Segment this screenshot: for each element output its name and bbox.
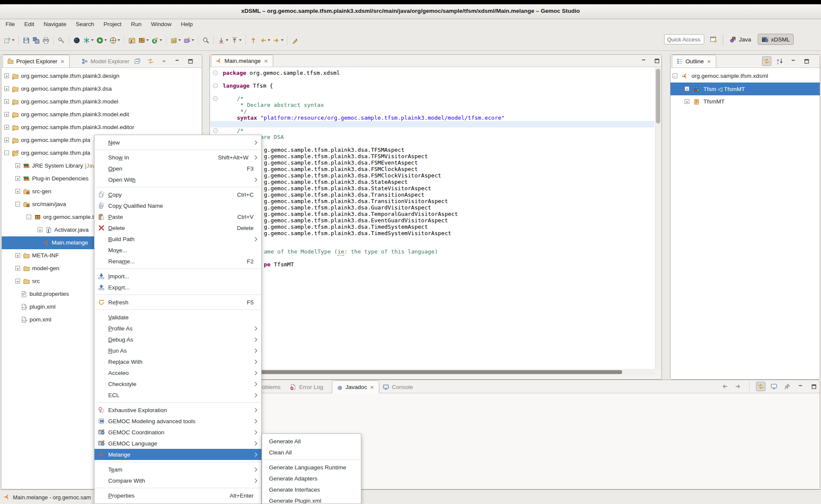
toolbar-button-key[interactable] [56, 35, 66, 46]
context-menu-item-copy-qualified-name[interactable]: Copy Qualified Name [95, 200, 261, 211]
collapse-icon[interactable]: - [673, 74, 677, 78]
menubar-item-search[interactable]: Search [71, 19, 99, 29]
toolbar-button-back-gold[interactable] [258, 35, 272, 46]
menubar-item-file[interactable]: File [1, 19, 20, 29]
toolbar-button-search[interactable] [201, 35, 211, 46]
context-menu-item-import[interactable]: Import... [95, 271, 261, 282]
fold-collapse-icon[interactable]: - [213, 96, 218, 101]
menubar-item-help[interactable]: Help [176, 19, 198, 29]
close-icon[interactable] [263, 58, 269, 64]
fold-collapse-icon[interactable]: - [213, 128, 218, 133]
tab-outline[interactable]: Outline [672, 55, 716, 68]
perspective-button-java[interactable]: JJava [726, 34, 755, 45]
expand-icon[interactable]: + [38, 227, 42, 232]
expand-icon[interactable]: + [4, 86, 9, 91]
context-menu-item-compare-with[interactable]: Compare With [95, 475, 261, 486]
context-menu-item-ecl[interactable]: ECL [95, 389, 261, 401]
context-menu-item-export[interactable]: Export... [95, 282, 261, 293]
view-toolbar-button-maximize[interactable] [809, 382, 818, 391]
context-menu-item-replace-with[interactable]: Replace With [95, 356, 261, 367]
toolbar-button-coverage[interactable] [108, 35, 121, 46]
toolbar-button-new-jar[interactable]: JAR [169, 35, 182, 46]
context-menu-item-checkstyle[interactable]: Checkstyle [95, 378, 261, 389]
view-toolbar-button-link-with-editor[interactable] [762, 56, 771, 66]
collapse-icon[interactable]: - [4, 150, 9, 155]
expand-icon[interactable]: + [685, 86, 689, 91]
view-toolbar-button-link-with-editor[interactable] [146, 56, 155, 66]
context-menu-item-new[interactable]: New [95, 137, 261, 148]
context-menu-item-gemoc-language[interactable]: GEMOC Language [95, 438, 261, 449]
toolbar-button-save[interactable] [21, 35, 31, 46]
view-toolbar-button-minimize[interactable] [639, 56, 648, 65]
context-menu-item-gemoc-coordination[interactable]: GEMOC Coordination [95, 427, 261, 438]
submenu-item-generate-adapters[interactable]: Generate Adapters [262, 473, 361, 484]
toolbar-button-print[interactable] [41, 35, 51, 46]
toolbar-button-save-all[interactable] [31, 35, 41, 46]
collapse-icon[interactable]: - [27, 215, 31, 219]
context-menu-item-run-as[interactable]: Run As [95, 345, 261, 356]
toolbar-button-prev-annotation[interactable] [230, 35, 243, 46]
submenu-item-generate-plugin-xml[interactable]: Generate Plugin.xml [262, 495, 361, 504]
context-menu-item-profile-as[interactable]: Profile As [95, 323, 261, 334]
context-menu-item-gemoc-modeling-advanced-tools[interactable]: MGEMOC Modeling advanced tools [95, 416, 261, 427]
toolbar-button-forward-gold[interactable] [272, 35, 285, 46]
tab-console[interactable]: Console [378, 380, 417, 393]
outline-item-tfsmmt[interactable]: +TfsmMT [670, 95, 820, 108]
editor-vertical-scrollbar-thumb[interactable] [656, 69, 660, 124]
perspective-button-xdsml[interactable]: xDSML [758, 34, 794, 45]
expand-icon[interactable]: + [15, 279, 20, 283]
tree-item-org-gemoc-sample-tfsm-plaink3-dsa[interactable]: +org.gemoc.sample.tfsm.plaink3.dsa [2, 83, 201, 95]
outline-item-org-gemoc-sample-tfsm-xdsml[interactable]: -org.gemoc.sample.tfsm.xdsml [670, 70, 820, 83]
tree-item-org-gemoc-sample-tfsm-plaink3-model-edit[interactable]: +org.gemoc.sample.tfsm.plaink3.model.edi… [2, 108, 201, 121]
submenu-item-generate-languages-runtime[interactable]: Generate Languages Runtime [262, 462, 361, 473]
context-menu-item-paste[interactable]: PasteCtrl+V [95, 211, 261, 222]
view-toolbar-button-minimize[interactable] [796, 382, 805, 391]
view-toolbar-button-maximize[interactable] [652, 56, 662, 65]
expand-icon[interactable]: + [15, 176, 20, 181]
submenu-item-generate-all[interactable]: Generate All [262, 436, 361, 447]
context-menu-item-copy[interactable]: CopyCtrl+C [95, 189, 261, 200]
view-toolbar-button-collapse-all[interactable] [133, 56, 142, 66]
context-menu-item-exhaustive-exploration[interactable]: sExhaustive Exploration [95, 404, 261, 416]
submenu-item-clean-all[interactable]: Clean All [262, 447, 361, 458]
submenu-item-generate-interfaces[interactable]: Generate Interfaces [262, 484, 361, 495]
tab-model-explorer[interactable]: Model Explorer [77, 55, 134, 68]
toolbar-button-debug[interactable] [72, 35, 82, 46]
tab-javadoc[interactable]: @Javadoc [332, 380, 379, 393]
toolbar-button-next-annotation[interactable] [216, 35, 230, 46]
expand-icon[interactable]: + [15, 163, 20, 168]
close-icon[interactable] [60, 58, 65, 65]
expand-icon[interactable]: + [4, 138, 9, 142]
tab-project-explorer[interactable]: Project Explorer [3, 55, 70, 68]
context-menu-item-team[interactable]: Team [95, 464, 261, 475]
tree-item-org-gemoc-sample-tfsm-plaink3-design[interactable]: +org.gemoc.sample.tfsm.plaink3.design [2, 70, 201, 83]
toolbar-button-pin-editor[interactable] [290, 35, 300, 46]
expand-icon[interactable]: + [685, 99, 689, 104]
view-toolbar-button-maximize[interactable] [802, 56, 811, 66]
tab-main-melange[interactable]: Main.melange [211, 55, 273, 67]
collapse-icon[interactable]: - [15, 202, 20, 206]
view-toolbar-button-forward[interactable] [733, 382, 743, 391]
context-menu-item-move[interactable]: Move... [95, 245, 261, 256]
context-menu-item-melange[interactable]: Melange [95, 449, 261, 460]
open-perspective-button[interactable] [710, 35, 718, 43]
expand-icon[interactable]: + [4, 74, 9, 78]
tab-error-log[interactable]: Error Log [286, 380, 327, 393]
toolbar-button-run[interactable] [95, 35, 108, 46]
editor-horizontal-scrollbar-thumb[interactable] [211, 370, 622, 374]
expand-icon[interactable]: + [15, 253, 20, 258]
context-menu-item-build-path[interactable]: Build Path [95, 233, 261, 245]
context-menu-item-rename[interactable]: Rename...F2 [95, 256, 261, 267]
view-toolbar-button-open-console[interactable] [769, 382, 779, 391]
context-menu-item-show-in[interactable]: Show InShift+Alt+W [95, 152, 261, 163]
close-icon[interactable] [369, 384, 375, 390]
close-icon[interactable] [706, 58, 712, 65]
expand-icon[interactable]: + [15, 189, 20, 194]
outline-content[interactable] [670, 68, 820, 379]
toolbar-button-new-package[interactable] [137, 35, 150, 46]
context-menu-item-delete[interactable]: DeleteDelete [95, 222, 261, 233]
quick-access-input[interactable] [664, 34, 704, 44]
view-toolbar-button-view-menu[interactable] [159, 56, 168, 66]
context-menu-item-open[interactable]: OpenF3 [95, 163, 261, 174]
view-toolbar-button-link-with-editor[interactable] [756, 382, 765, 391]
